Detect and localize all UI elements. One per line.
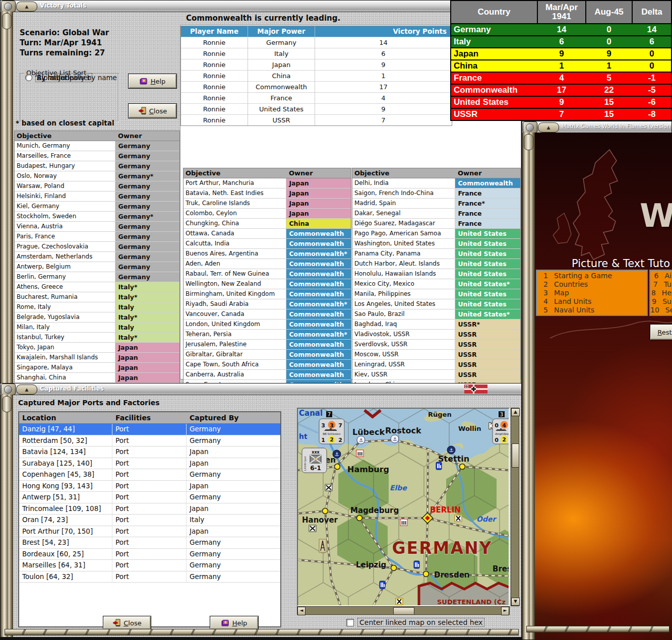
tutorial-item[interactable]: 6 Ai bbox=[650, 272, 671, 280]
captured-row[interactable]: Toulon [64, 32] Port Germany bbox=[19, 571, 280, 583]
objective-row: Leningrad, USSR USSR bbox=[352, 360, 520, 370]
captured-row[interactable]: Surabaya [125, 140] Port Japan bbox=[19, 458, 280, 470]
captured-table-header: Location Facilities Captured By bbox=[19, 412, 280, 424]
sort-radio-option[interactable]: By latitude bbox=[25, 74, 75, 82]
tutorial-item[interactable]: 2 Countries bbox=[537, 280, 647, 289]
captured-row[interactable]: Port Arthur [70, 150] Port Japan bbox=[19, 526, 280, 538]
captured-row[interactable]: Marseilles [64, 31] Port Germany bbox=[19, 560, 280, 571]
delta-value: 0 bbox=[633, 48, 671, 59]
value-1945: 15 bbox=[586, 109, 632, 120]
objective-owner: Commonwealth bbox=[286, 259, 351, 269]
garrison-counter[interactable]: xxx 6-1 LXXXII Garr bbox=[302, 448, 327, 473]
objective-name: Washington, United States bbox=[352, 239, 455, 248]
victory-row: Ronnie USSR 7 bbox=[181, 114, 452, 125]
captured-row[interactable]: Antwerp [51, 31] Port Germany bbox=[19, 492, 280, 503]
close-button[interactable]: Close bbox=[103, 616, 151, 630]
objective-header: Objective Owner bbox=[15, 131, 179, 141]
close-button[interactable]: Close bbox=[128, 103, 177, 118]
tutorial-item[interactable]: 5 Naval Units bbox=[537, 306, 647, 314]
objective-owner: Germany bbox=[115, 242, 179, 251]
objective-row: Chungking, China China bbox=[184, 219, 351, 229]
objective-row: Kwajalein, Marshall Islands Japan bbox=[15, 353, 179, 363]
col-captured-by: Captured By bbox=[187, 412, 280, 423]
checkbox-icon[interactable] bbox=[346, 619, 354, 626]
objective-name: Rome, Italy bbox=[15, 302, 115, 312]
scroll-down-arrow[interactable]: ▼ bbox=[511, 598, 520, 606]
help-button[interactable]: Help bbox=[210, 616, 259, 630]
objective-row: Birmingham, United Kingdom Commonwealth bbox=[184, 289, 351, 299]
captured-row[interactable]: Brest [54, 23] Port Germany bbox=[19, 537, 280, 549]
captured-by: Japan bbox=[187, 458, 280, 469]
captured-row[interactable]: Danzig [47, 44] Port Germany bbox=[19, 424, 280, 435]
objective-header: Objective Owner bbox=[184, 168, 351, 178]
captured-row[interactable]: Oran [74, 23] Port Italy bbox=[19, 515, 280, 526]
objective-row: Saigon, French Indo-China France bbox=[352, 188, 520, 199]
facility: Port bbox=[112, 537, 187, 548]
objective-row: Athens, Greece Italy* bbox=[15, 282, 179, 292]
objective-name: Kwajalein, Marshall Islands bbox=[15, 353, 115, 362]
tutorial-label: He bbox=[662, 289, 671, 297]
delta-value: -5 bbox=[633, 85, 671, 96]
scroll-right-arrow[interactable]: ► bbox=[501, 607, 509, 615]
captured-row[interactable]: Trincomalee [109, 108] Port Japan bbox=[19, 503, 280, 515]
tutorial-item[interactable]: 7 Tu bbox=[650, 280, 671, 289]
scroll-left-arrow[interactable]: ◄ bbox=[297, 607, 306, 615]
restore-button[interactable]: Restor bbox=[650, 324, 672, 340]
vertical-scroll-thumb[interactable] bbox=[512, 443, 519, 468]
objective-header: Objective Owner bbox=[352, 168, 520, 178]
tutorial-panel-right: 6 Ai 7 Tu 8 He bbox=[649, 270, 672, 316]
objective-row: Tokyo, Japan Japan bbox=[15, 343, 179, 353]
flames-artwork: WO Picture & Text Tuto 1 Starting a Game… bbox=[535, 133, 672, 640]
major-power: Italy bbox=[248, 48, 315, 59]
tutorial-item[interactable]: 9 Su bbox=[650, 297, 671, 306]
captured-row[interactable]: Copenhagen [45, 38] Port Germany bbox=[19, 469, 280, 481]
center-map-option[interactable]: Center linked map on selected hex bbox=[346, 618, 484, 626]
map-vertical-scrollbar[interactable]: ▲ ▼ bbox=[511, 408, 519, 606]
svg-text:Hamburg: Hamburg bbox=[347, 465, 389, 474]
tutorial-item[interactable]: 1 Starting a Game bbox=[537, 272, 647, 280]
germany-hex-map[interactable]: ⚓ ⚓ ⚓ ⚓ bbox=[298, 409, 509, 605]
country-name: USSR bbox=[451, 109, 537, 120]
collapse-button[interactable]: ▲ bbox=[16, 2, 37, 12]
player-name: Ronnie bbox=[181, 114, 248, 125]
captured-row[interactable]: Bordeaux [60, 25] Port Germany bbox=[19, 549, 280, 560]
captured-row[interactable]: Hong Kong [93, 143] Port Japan bbox=[19, 481, 280, 492]
tutorial-item[interactable]: 8 He bbox=[650, 289, 671, 297]
objective-row: Vancouver, Canada Commonwealth bbox=[184, 309, 351, 319]
radio-icon[interactable] bbox=[25, 74, 32, 81]
checkbox-label: Center linked map on selected hex bbox=[358, 618, 484, 626]
value-1945: 1 bbox=[586, 60, 632, 72]
collapse-button[interactable]: ▲ bbox=[538, 122, 559, 133]
objective-row: Baghdad, Iraq USSR* bbox=[352, 319, 520, 330]
svg-text:Lübeck: Lübeck bbox=[352, 427, 385, 437]
objective-row: Teheran, Persia Commonwealth* bbox=[184, 330, 351, 340]
objective-row: Washington, United States United States bbox=[352, 239, 520, 249]
captured-row[interactable]: Rotterdam [50, 32] Port Germany bbox=[19, 435, 280, 447]
svg-text:Leipzig: Leipzig bbox=[356, 560, 386, 569]
objective-name: Kiel, Germany bbox=[15, 202, 115, 211]
objective-list: Port Arthur, Manchuria Japan Batavia, Ne… bbox=[184, 178, 351, 390]
tutorial-item[interactable]: 4 Land Units bbox=[537, 297, 647, 306]
tutorial-item[interactable]: 3 Map bbox=[537, 289, 647, 297]
location: Antwerp [51, 31] bbox=[19, 492, 112, 503]
captured-row[interactable]: Batavia [124, 134] Port Japan bbox=[19, 446, 280, 458]
objective-owner: China bbox=[286, 219, 351, 228]
victory-titlebar[interactable]: ▲ Victory Totals bbox=[1, 1, 521, 12]
help-button[interactable]: Help bbox=[128, 74, 177, 89]
map-horizontal-scrollbar[interactable]: ◄ ► bbox=[297, 606, 510, 615]
objective-name: Madrid, Spain bbox=[352, 199, 455, 208]
col-facilities: Facilities bbox=[112, 412, 187, 423]
scroll-up-arrow[interactable]: ▲ bbox=[511, 408, 520, 416]
horizontal-scroll-thumb[interactable] bbox=[393, 607, 414, 615]
comparison-row: Italy 6 0 6 bbox=[451, 36, 671, 47]
objective-row: Kiev, USSR USSR bbox=[352, 370, 520, 380]
objective-name: Leningrad, USSR bbox=[352, 360, 455, 369]
facility: Port bbox=[112, 424, 187, 435]
captured-titlebar[interactable]: ▲ Captured Facilities bbox=[1, 383, 521, 395]
tutorial-item[interactable]: 10 Se bbox=[650, 306, 671, 314]
value-1941: 4 bbox=[538, 73, 585, 84]
flames-titlebar[interactable]: ▲ Matrix Games World in Flames (version … bbox=[522, 121, 671, 133]
svg-text:Amphibiou: Amphibiou bbox=[495, 432, 509, 436]
value-1945: 0 bbox=[586, 36, 632, 47]
collapse-button[interactable]: ▲ bbox=[16, 385, 37, 395]
